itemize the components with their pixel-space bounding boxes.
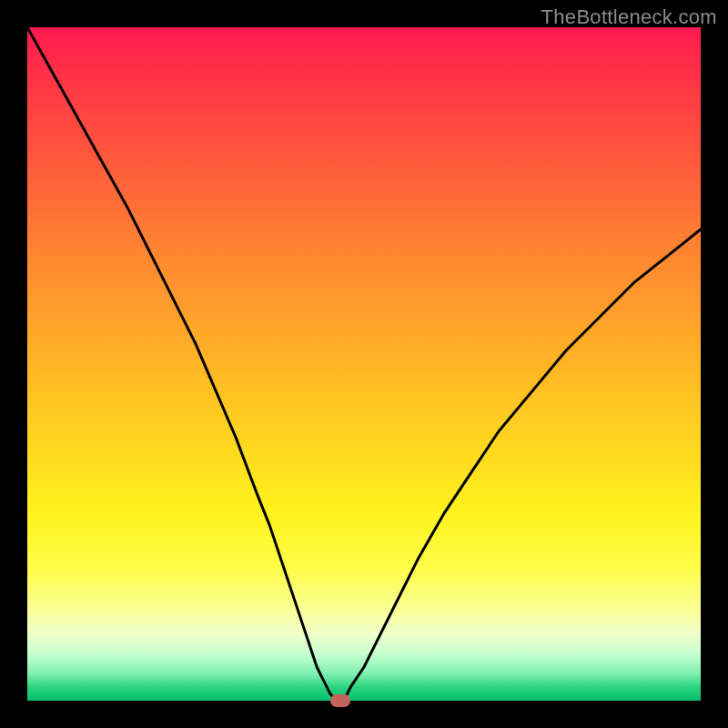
minimum-marker [330, 694, 350, 707]
plot-area [27, 27, 701, 701]
bottleneck-curve [27, 27, 701, 701]
watermark-text: TheBottleneck.com [541, 5, 717, 29]
chart-frame: TheBottleneck.com [0, 0, 728, 728]
